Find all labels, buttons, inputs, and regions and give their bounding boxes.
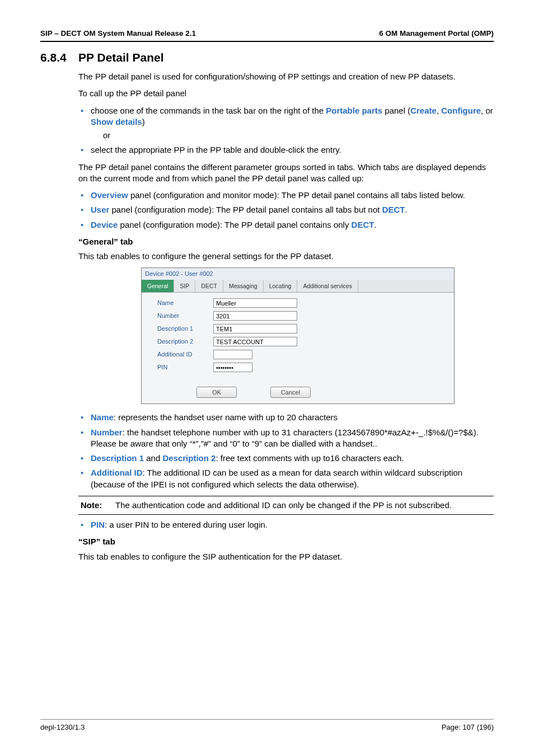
page-footer: depl-1230/1.3 Page: 107 (196)	[40, 719, 494, 731]
device-link: Device	[91, 220, 118, 229]
create-link: Create	[410, 106, 437, 115]
list-item: Name: represents the handset user name w…	[78, 412, 494, 423]
section-heading: 6.8.4 PP Detail Panel	[40, 51, 494, 64]
cancel-button[interactable]: Cancel	[270, 387, 311, 398]
show-details-link: Show details	[91, 117, 142, 126]
ok-button[interactable]: OK	[196, 387, 237, 398]
field-definitions-list: Name: represents the handset user name w…	[78, 412, 494, 490]
tab-bar: General SIP DECT Messaging Locating Addi…	[142, 280, 454, 293]
tab-messaging[interactable]: Messaging	[223, 280, 264, 292]
callup-list: choose one of the commands in the task b…	[78, 105, 494, 156]
tab-general[interactable]: General	[142, 280, 174, 292]
desc1-input[interactable]	[213, 324, 297, 334]
header-left: SIP – DECT OM System Manual Release 2.1	[40, 29, 196, 37]
tabs-description-list: Overview panel (configuration and monito…	[78, 190, 494, 231]
page-header: SIP – DECT OM System Manual Release 2.1 …	[40, 29, 494, 42]
pin-label: PIN	[157, 363, 213, 372]
general-tab-heading: “General” tab	[78, 236, 494, 247]
number-input[interactable]	[213, 311, 297, 321]
list-item: Description 1 and Description 2: free te…	[78, 453, 494, 464]
portable-parts-link: Portable parts	[326, 106, 382, 115]
form-area: Name Number Description 1 Description 2 …	[142, 293, 454, 383]
tab-dect[interactable]: DECT	[195, 280, 223, 292]
list-item: Number: the handset telephone number wit…	[78, 427, 494, 450]
dect-link: DECT	[352, 220, 374, 229]
intro-p1: The PP detail panel is used for configur…	[78, 71, 494, 82]
pin-def-list: PIN: a user PIN to be entered during use…	[78, 519, 494, 530]
intro-p2: To call up the PP detail panel	[78, 88, 494, 99]
sip-tab-desc: This tab enables to configure the SIP au…	[78, 551, 494, 562]
pin-def: PIN	[91, 520, 105, 529]
name-label: Name	[157, 299, 213, 307]
additional-id-input[interactable]	[213, 350, 252, 359]
desc2-input[interactable]	[213, 337, 297, 346]
pp-detail-screenshot: Device #002 - User #002 General SIP DECT…	[141, 267, 455, 404]
tab-sip[interactable]: SIP	[174, 280, 195, 292]
footer-left: depl-1230/1.3	[40, 723, 85, 731]
list-item: User panel (configuration mode): The PP …	[78, 204, 494, 215]
or-text: or	[103, 130, 494, 141]
list-item: Additional ID: The additional ID can be …	[78, 467, 494, 490]
list-item: Device panel (configuration mode): The P…	[78, 219, 494, 231]
user-link: User	[91, 205, 109, 214]
list-item: select the appropriate PP in the PP tabl…	[78, 144, 494, 156]
number-def: Number	[91, 428, 123, 437]
tab-additional-services[interactable]: Additional services	[297, 280, 358, 292]
dect-link: DECT	[382, 205, 405, 214]
intro-p3: The PP detail panel contains the differe…	[78, 162, 494, 185]
section-number: 6.8.4	[40, 51, 78, 64]
section-title: PP Detail Panel	[78, 51, 164, 64]
pin-input[interactable]	[213, 363, 252, 372]
note-label: Note:	[81, 500, 115, 511]
overview-link: Overview	[91, 190, 128, 200]
configure-link: Configure	[441, 106, 481, 115]
additional-id-label: Additional ID	[157, 350, 213, 359]
footer-right: Page: 107 (196)	[442, 723, 494, 731]
note-text: The authentication code and additional I…	[115, 500, 491, 511]
note-box: Note: The authentication code and additi…	[78, 496, 494, 515]
tab-locating[interactable]: Locating	[264, 280, 298, 292]
desc1-label: Description 1	[157, 325, 213, 333]
header-right: 6 OM Management Portal (OMP)	[379, 29, 494, 37]
list-item: Overview panel (configuration and monito…	[78, 190, 494, 201]
general-tab-desc: This tab enables to configure the genera…	[78, 251, 494, 262]
name-input[interactable]	[213, 298, 297, 308]
number-label: Number	[157, 312, 213, 320]
additional-id-def: Additional ID	[91, 468, 143, 477]
sip-tab-heading: “SIP” tab	[78, 536, 494, 547]
desc1-def: Description 1	[91, 453, 144, 463]
desc2-def: Description 2	[162, 453, 216, 463]
name-def: Name	[91, 412, 114, 422]
desc2-label: Description 2	[157, 337, 213, 346]
list-item: PIN: a user PIN to be entered during use…	[78, 519, 494, 530]
dialog-title: Device #002 - User #002	[142, 268, 454, 280]
list-item: choose one of the commands in the task b…	[78, 105, 494, 142]
